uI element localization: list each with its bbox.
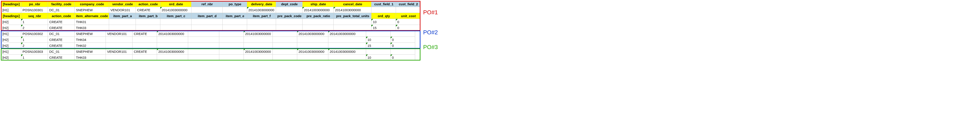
cell[interactable] — [106, 55, 132, 61]
cell[interactable]: dept_code — [276, 1, 302, 7]
cell[interactable] — [396, 7, 420, 13]
cell[interactable]: POSN100302 — [21, 31, 48, 37]
cell[interactable]: 20141003000000 — [297, 49, 328, 55]
cell[interactable] — [328, 43, 366, 49]
cell[interactable]: 0 — [391, 43, 415, 49]
cell[interactable]: action_code — [48, 13, 75, 19]
cell[interactable] — [273, 31, 297, 37]
cell[interactable]: 0 — [391, 37, 415, 43]
cell[interactable]: seq_nbr — [21, 13, 48, 19]
cell[interactable]: ship_date — [302, 1, 334, 7]
cell[interactable]: CREATE — [132, 49, 157, 55]
cell[interactable]: po_nbr — [21, 1, 48, 7]
cell[interactable] — [191, 19, 223, 25]
cell[interactable]: company_code — [75, 1, 109, 7]
cell[interactable]: pre_pack_total_units — [334, 13, 371, 19]
cell[interactable] — [132, 55, 157, 61]
cell[interactable] — [188, 37, 219, 43]
cell[interactable]: [headings] — [1, 13, 21, 19]
cell[interactable]: pre_pack_code — [276, 13, 302, 19]
cell[interactable]: [H1] — [1, 7, 21, 13]
cell[interactable]: 15 — [366, 43, 391, 49]
cell[interactable]: SNEPHEW — [75, 31, 106, 37]
cell[interactable] — [273, 55, 297, 61]
cell[interactable] — [188, 31, 219, 37]
cell[interactable] — [219, 31, 244, 37]
cell[interactable] — [273, 49, 297, 55]
cell[interactable]: 20141003000000 — [328, 31, 366, 37]
cell[interactable] — [106, 37, 132, 43]
cell[interactable] — [247, 25, 276, 31]
cell[interactable]: 1 — [21, 37, 48, 43]
cell[interactable]: pre_pack_ratio — [302, 13, 334, 19]
cell[interactable] — [334, 19, 371, 25]
cell[interactable] — [244, 43, 273, 49]
cell[interactable] — [136, 19, 160, 25]
cell[interactable]: THK01 — [75, 19, 109, 25]
cell[interactable] — [297, 55, 328, 61]
cell[interactable]: 20141003000000 — [157, 49, 188, 55]
cell[interactable]: 1 — [21, 19, 48, 25]
cell[interactable] — [188, 55, 219, 61]
cell[interactable]: [H2] — [1, 25, 21, 31]
cell[interactable]: 20141003000000 — [334, 7, 371, 13]
cell[interactable]: item_part_a — [109, 13, 136, 19]
cell[interactable]: item_alternate_code — [75, 13, 109, 19]
cell[interactable]: [H2] — [1, 43, 21, 49]
cell[interactable] — [191, 25, 223, 31]
cell[interactable] — [273, 37, 297, 43]
cell[interactable]: CREATE — [48, 43, 75, 49]
cell[interactable] — [157, 37, 188, 43]
cell[interactable]: VENDOR101 — [106, 31, 132, 37]
cell[interactable]: CREATE — [48, 25, 75, 31]
cell[interactable]: CREATE — [132, 31, 157, 37]
cell[interactable] — [273, 43, 297, 49]
cell[interactable]: 0 — [396, 25, 420, 31]
cell[interactable]: vendor_code — [109, 1, 136, 7]
cell[interactable] — [219, 55, 244, 61]
cell[interactable] — [371, 7, 396, 13]
cell[interactable] — [157, 43, 188, 49]
cell[interactable]: 20141003000000 — [297, 31, 328, 37]
cell[interactable]: POSN100301 — [21, 7, 48, 13]
cell[interactable] — [334, 25, 371, 31]
cell[interactable]: 10 — [366, 37, 391, 43]
cell[interactable]: item_part_d — [191, 13, 223, 19]
cell[interactable] — [188, 49, 219, 55]
cell[interactable]: POSN100303 — [21, 49, 48, 55]
cell[interactable]: ord_qty — [371, 13, 396, 19]
cell[interactable]: 1 — [21, 55, 48, 61]
cell[interactable] — [302, 19, 334, 25]
cell[interactable] — [132, 43, 157, 49]
cell[interactable]: [headings] — [1, 1, 21, 7]
cell[interactable]: 20141003000000 — [157, 31, 188, 37]
cell[interactable]: 10 — [371, 19, 396, 25]
cell[interactable] — [297, 37, 328, 43]
cell[interactable]: SNEPHEW — [75, 49, 106, 55]
cell[interactable] — [223, 7, 247, 13]
cell[interactable]: CREATE — [136, 7, 160, 13]
cell[interactable] — [219, 37, 244, 43]
cell[interactable]: 20141003000000 — [244, 49, 273, 55]
cell[interactable]: THK02 — [75, 43, 106, 49]
cell[interactable] — [244, 37, 273, 43]
cell[interactable]: item_part_f — [247, 13, 276, 19]
cell[interactable] — [136, 25, 160, 31]
cell[interactable]: SNEPHEW — [75, 7, 109, 13]
cell[interactable] — [219, 49, 244, 55]
cell[interactable]: [H2] — [1, 19, 21, 25]
cell[interactable]: VENDOR101 — [109, 7, 136, 13]
cell[interactable]: THK03 — [75, 55, 106, 61]
cell[interactable] — [109, 25, 136, 31]
cell[interactable]: ref_nbr — [191, 1, 223, 7]
cell[interactable]: CREATE — [48, 19, 75, 25]
cell[interactable]: cust_field_2 — [396, 1, 420, 7]
cell[interactable]: 20141003000000 — [244, 31, 273, 37]
cell[interactable] — [276, 19, 302, 25]
cell[interactable]: item_part_c — [160, 13, 191, 19]
cell[interactable] — [276, 25, 302, 31]
cell[interactable] — [157, 55, 188, 61]
cell[interactable]: 2 — [21, 43, 48, 49]
cell[interactable]: [H2] — [1, 55, 21, 61]
cell[interactable]: action_code — [136, 1, 160, 7]
